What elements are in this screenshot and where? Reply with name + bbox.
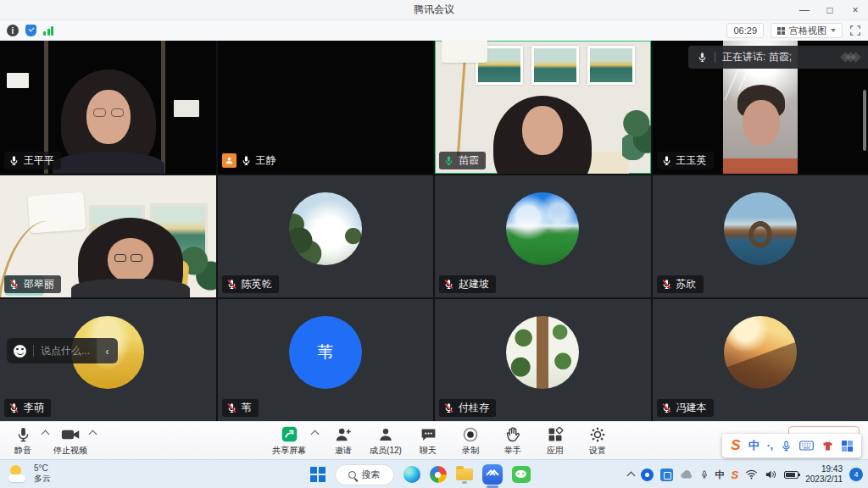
participant-name: 冯建本 (676, 401, 707, 415)
network-signal-icon[interactable] (43, 25, 53, 36)
raise-hand-icon (505, 426, 520, 443)
apps-button[interactable]: 应用 (536, 422, 575, 460)
start-button[interactable] (310, 467, 326, 482)
taskbar-browser-icon[interactable] (430, 466, 447, 483)
participant-tile[interactable]: 苇 苇 (218, 299, 434, 421)
settings-button[interactable]: 设置 (578, 422, 617, 460)
participant-tile[interactable]: 冯建本 (653, 299, 868, 421)
participant-name: 陈英乾 (242, 277, 272, 291)
participant-name-chip: 王静 (222, 152, 283, 169)
tray-cloud-icon[interactable] (680, 470, 693, 480)
tray-app-icon[interactable] (641, 469, 654, 481)
mic-muted-icon (443, 402, 454, 413)
window-title: 腾讯会议 (414, 3, 454, 17)
invite-button[interactable]: 邀请 (324, 422, 363, 460)
participant-tile[interactable]: 王静 (218, 41, 434, 174)
glasses (111, 108, 124, 117)
title-bar: 腾讯会议 — □ × (0, 0, 868, 20)
ime-keyboard-icon[interactable] (799, 441, 814, 451)
quick-chat-input[interactable]: 说点什么... (41, 344, 90, 358)
taskbar-clock[interactable]: 19:43 2023/2/11 (805, 464, 843, 485)
participant-tile[interactable]: 苏欣 (653, 175, 868, 297)
participant-tile[interactable]: 付桂存 (435, 299, 651, 421)
tray-mic-icon[interactable] (700, 469, 709, 480)
close-button[interactable]: × (843, 0, 868, 20)
members-button[interactable]: 成员(12) (366, 422, 405, 460)
ime-menu-icon[interactable] (842, 441, 853, 452)
avatar (506, 316, 579, 389)
tray-expand-chevron[interactable] (626, 472, 635, 480)
taskbar-file-explorer-icon[interactable] (456, 469, 473, 480)
wifi-icon[interactable] (745, 469, 758, 480)
share-screen-button[interactable]: 共享屏幕 (270, 422, 309, 460)
participant-name-chip: 王平平 (4, 152, 61, 169)
wall-painting (587, 46, 635, 85)
quick-chat-bar[interactable]: 说点什么... ‹ (7, 338, 118, 363)
video-grid: 王平平 王静 苗霞 (0, 41, 868, 421)
mic-options-chevron[interactable] (42, 430, 50, 439)
participant-name-chip: 苗霞 (439, 152, 486, 169)
record-button[interactable]: 录制 (451, 422, 490, 460)
glasses (114, 254, 126, 262)
chevron-down-icon (831, 29, 836, 32)
search-label: 搜索 (362, 469, 381, 481)
share-options-chevron[interactable] (311, 430, 320, 439)
person-face (86, 90, 131, 144)
minimize-button[interactable]: — (792, 0, 817, 20)
mute-button[interactable]: 静音 (3, 422, 42, 460)
participant-tile[interactable]: 王平平 (0, 41, 216, 174)
ime-mode-toggle[interactable]: 中 (748, 438, 760, 453)
participant-name-chip: 冯建本 (657, 399, 714, 417)
tray-ime-indicator[interactable]: 中 (715, 469, 725, 481)
grid-scrollbar[interactable] (863, 90, 866, 151)
maximize-button[interactable]: □ (817, 0, 843, 20)
participant-name-chip: 王玉英 (657, 152, 714, 169)
gear-icon (589, 426, 606, 443)
mic-muted-icon (226, 402, 237, 413)
notification-badge[interactable]: 4 (849, 468, 863, 481)
stop-video-button[interactable]: 停止视频 (51, 422, 90, 460)
participant-tile[interactable]: 赵建坡 (435, 175, 651, 297)
participant-tile[interactable]: 说点什么... ‹ 李萌 (0, 299, 216, 421)
lamp-shade (442, 41, 487, 63)
weather-widget[interactable]: 5°C 多云 (8, 463, 51, 483)
volume-icon[interactable] (765, 469, 777, 480)
video-options-chevron[interactable] (89, 430, 97, 439)
taskbar-meeting-app-icon[interactable] (482, 464, 503, 485)
windows-logo-icon (310, 467, 326, 482)
share-screen-icon (281, 425, 298, 443)
tray-app2-icon[interactable] (660, 469, 673, 481)
participant-tile-speaking[interactable]: 苗霞 (435, 41, 651, 174)
tray-sogou-icon[interactable]: S (732, 469, 739, 481)
taskbar-wechat-icon[interactable] (512, 466, 531, 483)
participant-name: 邵翠丽 (24, 277, 54, 291)
ime-punctuation-toggle[interactable]: ·, (767, 440, 773, 452)
chat-button[interactable]: 聊天 (409, 422, 448, 460)
taskbar-search[interactable]: 搜索 (335, 464, 394, 485)
sogou-logo-icon[interactable]: S (731, 437, 740, 454)
taskbar-edge-icon[interactable] (403, 466, 420, 483)
mic-muted-icon (443, 279, 454, 290)
security-shield-icon[interactable] (25, 25, 36, 36)
battery-icon[interactable] (784, 471, 798, 479)
avatar (289, 192, 362, 265)
mic-on-icon (697, 52, 708, 63)
emoji-icon[interactable] (14, 345, 26, 358)
meeting-info-icon[interactable]: i (7, 25, 19, 36)
lamp-stem (457, 54, 466, 156)
collapse-chat-button[interactable]: ‹ (97, 338, 118, 363)
ime-skin-icon[interactable] (821, 441, 834, 452)
participant-tile[interactable]: 陈英乾 (218, 175, 434, 297)
participant-tile[interactable]: 邵翠丽 (0, 175, 216, 297)
raise-hand-button[interactable]: 举手 (493, 422, 532, 460)
weather-temp: 5°C (34, 463, 51, 474)
mic-speaking-icon (443, 155, 454, 166)
ime-voice-icon[interactable] (781, 440, 792, 452)
meeting-duration: 06:29 (726, 23, 764, 38)
person-face (743, 100, 780, 146)
shelf-box (174, 100, 199, 117)
fullscreen-icon[interactable] (849, 25, 861, 36)
participant-name: 苏欣 (676, 277, 697, 291)
view-mode-selector[interactable]: 宫格视图 (771, 23, 843, 38)
camera-icon (61, 426, 81, 443)
